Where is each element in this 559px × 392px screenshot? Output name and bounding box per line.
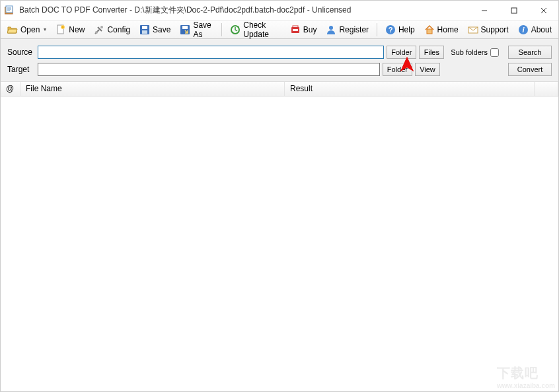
svg-text:?: ? — [389, 26, 393, 34]
convert-button[interactable]: Convert — [508, 63, 552, 76]
save-button[interactable]: Save — [135, 22, 174, 37]
svg-rect-12 — [142, 30, 147, 34]
source-label: Source — [7, 48, 35, 57]
register-button[interactable]: Register — [322, 22, 373, 37]
about-label: About — [531, 25, 552, 34]
list-header: @ File Name Result — [1, 82, 558, 97]
col-header-at[interactable]: @ — [1, 82, 20, 96]
new-file-icon — [56, 24, 66, 35]
svg-point-9 — [95, 31, 98, 34]
buy-label: Buy — [303, 25, 317, 34]
open-label: Open — [20, 25, 40, 34]
col-header-result[interactable]: Result — [285, 82, 535, 96]
source-folder-button[interactable]: Folder — [387, 46, 416, 59]
app-window: Batch DOC TO PDF Converter - D:\新建文件夹\Do… — [0, 0, 559, 392]
col-header-end[interactable] — [535, 82, 558, 96]
window-controls — [469, 1, 558, 20]
check-update-button[interactable]: Check Update — [226, 19, 285, 41]
support-icon — [468, 24, 478, 35]
minimize-button[interactable] — [469, 1, 499, 20]
target-folder-button[interactable]: Folder — [383, 63, 412, 76]
folder-open-icon — [7, 24, 18, 35]
buy-button[interactable]: Buy — [286, 22, 321, 37]
svg-point-19 — [329, 26, 333, 30]
titlebar: Batch DOC TO PDF Converter - D:\新建文件夹\Do… — [1, 1, 558, 20]
svg-rect-11 — [142, 26, 147, 29]
svg-rect-14 — [182, 26, 188, 29]
about-icon: i — [518, 24, 529, 35]
source-files-button[interactable]: Files — [419, 46, 444, 59]
form-area: Source Folder Files Sub folders Search T… — [1, 39, 558, 82]
config-icon — [94, 24, 104, 35]
help-icon: ? — [385, 24, 396, 35]
update-icon — [230, 24, 241, 35]
save-as-button[interactable]: Save As — [176, 19, 217, 41]
new-button[interactable]: New — [52, 22, 89, 37]
list-body[interactable] — [1, 97, 558, 391]
target-input[interactable] — [38, 63, 380, 76]
sub-folders-label: Sub folders — [451, 48, 488, 56]
register-icon — [326, 24, 336, 35]
svg-rect-3 — [511, 8, 517, 13]
close-button[interactable] — [529, 1, 558, 20]
check-update-label: Check Update — [243, 20, 281, 39]
open-button[interactable]: Open ▾ — [3, 22, 50, 37]
source-row: Source Folder Files Sub folders Search — [7, 46, 552, 59]
toolbar-separator — [221, 23, 222, 36]
target-row: Target Folder View Convert — [7, 63, 552, 76]
new-label: New — [69, 25, 85, 34]
register-label: Register — [339, 25, 369, 34]
file-list: @ File Name Result — [1, 82, 558, 391]
col-header-filename[interactable]: File Name — [20, 82, 285, 96]
target-label: Target — [7, 65, 35, 74]
svg-rect-18 — [293, 29, 298, 31]
home-icon — [424, 24, 435, 35]
maximize-button[interactable] — [499, 1, 529, 20]
source-input[interactable] — [38, 46, 384, 59]
help-button[interactable]: ? Help — [381, 22, 419, 37]
save-label: Save — [153, 25, 170, 34]
sub-folders-checkbox[interactable] — [490, 48, 499, 57]
home-label: Home — [437, 25, 459, 34]
save-as-label: Save As — [193, 20, 213, 39]
main-toolbar: Open ▾ New Config Save Save As Check Upd… — [1, 20, 558, 39]
support-button[interactable]: Support — [464, 22, 513, 37]
home-button[interactable]: Home — [420, 22, 463, 37]
support-label: Support — [481, 25, 509, 34]
config-label: Config — [107, 25, 130, 34]
dropdown-arrow-icon: ▾ — [44, 26, 46, 32]
target-view-button[interactable]: View — [415, 63, 440, 76]
about-button[interactable]: i About — [514, 22, 556, 37]
help-label: Help — [398, 25, 415, 34]
window-title: Batch DOC TO PDF Converter - D:\新建文件夹\Do… — [19, 5, 469, 16]
app-icon — [5, 5, 15, 16]
svg-rect-22 — [427, 29, 432, 34]
config-button[interactable]: Config — [90, 22, 134, 37]
buy-icon — [290, 24, 301, 35]
toolbar-separator — [377, 23, 377, 36]
save-icon — [139, 24, 150, 35]
save-as-icon — [180, 24, 190, 35]
svg-point-8 — [100, 26, 103, 28]
search-button[interactable]: Search — [508, 46, 552, 59]
